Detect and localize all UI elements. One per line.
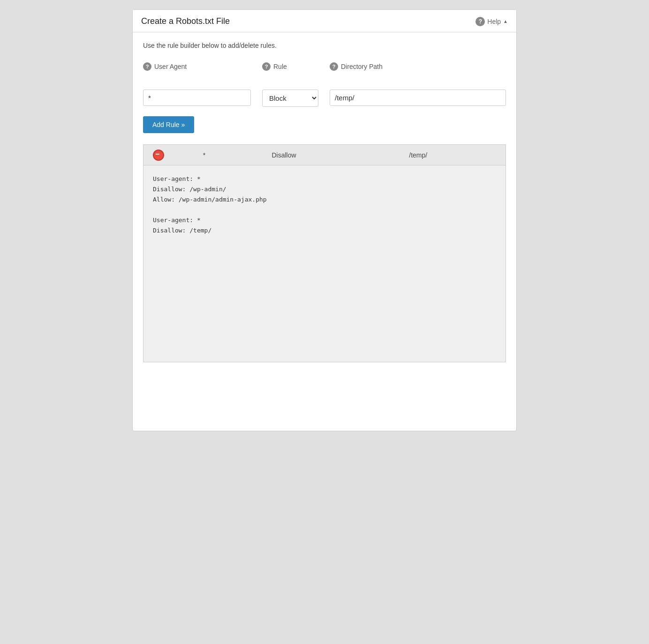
help-arrow-icon: ▲ [503,19,508,24]
robots-preview[interactable]: User-agent: * Disallow: /wp-admin/ Allow… [143,165,506,362]
main-panel: Create a Robots.txt File ? Help ▲ Use th… [132,9,517,431]
form-inputs-row: Block Allow [143,90,506,107]
panel-header: Create a Robots.txt File ? Help ▲ [133,10,516,32]
rules-table: * Disallow /temp/ [143,144,506,165]
table-header-row: * Disallow /temp/ [143,145,506,165]
directory-label: ? Directory Path [330,62,506,71]
add-rule-label: Add Rule » [152,121,185,128]
panel-body: Use the rule builder below to add/delete… [133,32,516,372]
directory-label-text: Directory Path [341,63,383,70]
directory-help-icon[interactable]: ? [330,62,338,71]
user-agent-label: ? User Agent [143,62,251,71]
delete-row-icon[interactable] [153,150,162,159]
table-col-delete [143,145,172,165]
table-col-agent: * [172,145,237,165]
instruction-text: Use the rule builder below to add/delete… [143,42,506,49]
add-rule-button[interactable]: Add Rule » [143,116,194,133]
table-header: * Disallow /temp/ [143,145,506,165]
rule-help-icon[interactable]: ? [262,62,271,71]
directory-field-label-container: ? Directory Path [330,62,506,85]
user-agent-input[interactable] [143,90,251,106]
rule-field-label-container: ? Rule [262,62,318,85]
rule-select[interactable]: Block Allow [262,90,318,107]
rule-label: ? Rule [262,62,318,71]
rule-field: Block Allow [262,90,318,107]
user-agent-label-text: User Agent [154,63,187,70]
user-agent-field [143,90,251,106]
directory-path-input[interactable] [330,90,506,106]
page-title: Create a Robots.txt File [141,16,230,26]
table-col-rule: Disallow [237,145,331,165]
directory-field [330,90,506,106]
table-col-path: /temp/ [331,145,506,165]
user-agent-field-label-container: ? User Agent [143,62,251,85]
help-button[interactable]: ? Help ▲ [475,17,508,26]
form-labels-row: ? User Agent ? Rule ? Directory Path [143,62,506,85]
rule-label-text: Rule [273,63,287,70]
help-label: Help [487,18,501,25]
user-agent-help-icon[interactable]: ? [143,62,151,71]
help-icon: ? [475,17,485,26]
